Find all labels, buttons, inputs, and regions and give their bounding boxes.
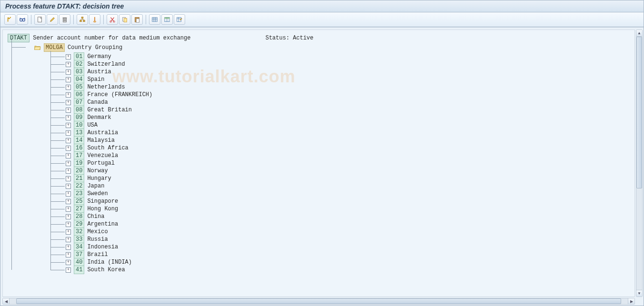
country-name: Sweden [87,190,108,197]
country-node[interactable]: +16South Africa [57,144,630,152]
expand-icon[interactable]: + [66,62,71,67]
table-settings-button[interactable] [161,14,173,25]
create-button[interactable] [34,14,46,25]
expand-icon[interactable]: + [66,267,71,273]
scroll-thumb[interactable] [636,37,642,188]
expand-icon[interactable]: + [66,214,71,219]
expand-icon[interactable]: + [66,108,71,113]
paste-icon [134,16,140,23]
country-node[interactable]: +34Indonesia [57,243,630,251]
copy-button[interactable] [119,14,130,25]
expand-icon[interactable]: + [66,54,71,59]
expand-icon[interactable]: + [66,176,71,181]
expand-icon[interactable]: + [66,191,71,197]
expand-icon[interactable]: + [66,146,71,151]
country-node[interactable]: +02Switzerland [57,60,630,68]
horizontal-scrollbar[interactable]: ◀ ▶ [2,298,635,305]
molga-label: Country Grouping [68,44,122,51]
country-node[interactable]: +13Australia [57,129,630,137]
vertical-scrollbar[interactable]: ▲ ▼ [636,30,643,297]
country-node[interactable]: +37Brazil [57,251,630,258]
country-node[interactable]: +22Japan [57,182,630,190]
country-node[interactable]: +10USA [57,121,630,129]
expand-icon[interactable]: + [66,138,71,143]
country-node[interactable]: +17Venezuela [57,152,630,159]
country-node[interactable]: +05Netherlands [57,83,630,91]
scroll-track[interactable] [636,37,642,290]
country-name: India (INDIA) [87,258,132,266]
cut-button[interactable] [107,14,118,25]
expand-icon[interactable]: + [66,77,71,82]
window-title: Process feature DTAKT: decision tree [5,2,124,10]
country-node[interactable]: +19Portugal [57,159,630,167]
country-node[interactable]: +28China [57,213,630,220]
country-name: Portugal [87,159,115,167]
expand-icon[interactable]: + [66,222,71,227]
scroll-up-icon[interactable]: ▲ [636,30,642,37]
svg-rect-5 [81,17,83,19]
country-node[interactable]: +14Malaysia [57,137,630,144]
country-name: Netherlands [87,83,125,91]
country-node[interactable]: +07Canada [57,99,630,106]
country-node[interactable]: +23Sweden [57,190,630,197]
structure-button[interactable] [77,14,88,25]
expand-icon[interactable]: + [66,184,71,189]
expand-icon[interactable]: + [66,130,71,136]
country-node[interactable]: +03Austria [57,68,630,76]
molga-node[interactable]: MOLGA Country Grouping +01Germany+02Swit… [17,43,630,274]
feature-root: DTAKT Sender account number for data med… [8,34,630,42]
country-node[interactable]: +01Germany [57,53,630,60]
country-node[interactable]: +25Singapore [57,197,630,205]
scroll-right-icon[interactable]: ▶ [628,298,634,304]
country-node[interactable]: +20Norway [57,167,630,175]
scroll-track[interactable] [10,298,628,304]
expand-icon[interactable]: + [66,237,71,242]
country-node[interactable]: +33Russia [57,236,630,243]
country-node[interactable]: +32Mexico [57,228,630,236]
expand-icon[interactable]: + [66,161,71,166]
country-node[interactable]: +09Denmark [57,114,630,121]
country-node[interactable]: +40India (INDIA) [57,258,630,266]
country-name: Japan [87,182,104,190]
scroll-down-icon[interactable]: ▼ [636,290,642,296]
delete-button[interactable] [59,14,70,25]
expand-icon[interactable]: + [66,92,71,98]
edit-button[interactable] [47,14,58,25]
edit-table-button[interactable] [174,14,185,25]
country-node[interactable]: +29Argentina [57,220,630,228]
check-button[interactable] [4,14,16,25]
country-node[interactable]: +41South Korea [57,266,630,274]
expand-icon[interactable]: + [66,199,71,204]
expand-icon[interactable]: + [66,69,71,75]
expand-icon[interactable]: + [66,229,71,235]
highlight-button[interactable] [89,14,100,25]
svg-rect-15 [152,18,158,22]
country-node[interactable]: +27Hong Kong [57,205,630,213]
expand-icon[interactable]: + [66,168,71,174]
scroll-thumb[interactable] [16,298,621,304]
scroll-left-icon[interactable]: ◀ [3,298,10,304]
folder-open-icon [34,45,41,50]
toolbar [0,12,644,27]
expand-icon[interactable]: + [66,85,71,90]
expand-icon[interactable]: + [66,153,71,158]
svg-rect-12 [124,18,127,22]
country-name: Spain [87,76,104,83]
expand-icon[interactable]: + [66,123,71,128]
edit-table-icon [176,16,183,23]
country-node[interactable]: +06France (FRANKREICH) [57,91,630,99]
expand-icon[interactable]: + [66,115,71,120]
country-node[interactable]: +21Hungary [57,175,630,182]
country-node[interactable]: +08Great Britain [57,106,630,114]
expand-icon[interactable]: + [66,100,71,105]
expand-icon[interactable]: + [66,207,71,212]
table-button[interactable] [149,14,160,25]
country-name: Germany [87,53,111,60]
expand-icon[interactable]: + [66,260,71,265]
expand-icon[interactable]: + [66,252,71,257]
country-node[interactable]: +04Spain [57,76,630,83]
feature-code[interactable]: DTAKT [8,34,30,42]
expand-icon[interactable]: + [66,245,71,250]
display-button[interactable] [17,14,28,25]
paste-button[interactable] [131,14,143,25]
